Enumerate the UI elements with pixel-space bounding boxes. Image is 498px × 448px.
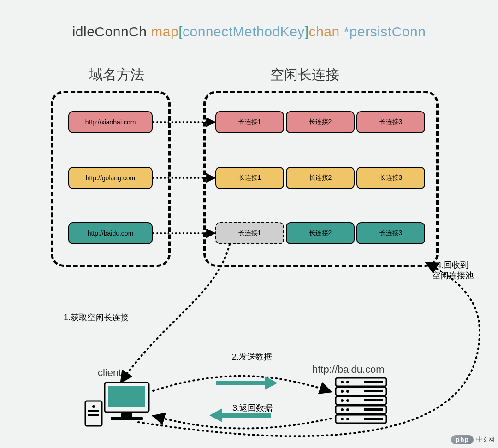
watermark-text: 中文网 [476, 436, 494, 444]
conn-cell: 长连接2 [286, 222, 355, 244]
step4-label: 4.回收到 空闲连接池 [432, 260, 474, 282]
step4-line1: 4.回收到 [432, 260, 474, 271]
conn-cell: 长连接3 [356, 222, 425, 244]
dotted-connector [153, 232, 214, 234]
watermark-logo: php [451, 435, 474, 444]
step3-label: 3.返回数据 [232, 402, 273, 413]
conn-cell-taken: 长连接1 [215, 222, 284, 244]
step4-line2: 空闲连接池 [432, 271, 474, 281]
dotted-connector [153, 177, 214, 179]
step2-label: 2.发送数据 [232, 351, 272, 362]
dotted-connector [153, 121, 214, 123]
server-label: http://baidu.com [312, 364, 385, 376]
watermark: php 中文网 [451, 435, 494, 444]
step1-label: 1.获取空闲长连接 [64, 312, 129, 323]
client-label: client [98, 367, 121, 379]
